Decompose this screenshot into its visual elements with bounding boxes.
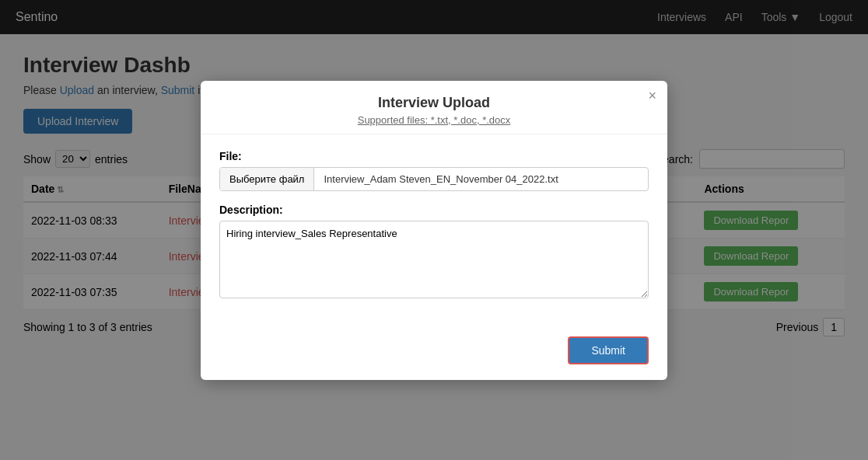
description-label: Description: [219, 204, 649, 216]
close-button[interactable]: × [648, 89, 656, 103]
description-group: Description: Hiring interview_Sales Repr… [219, 204, 649, 301]
modal-header: Interview Upload Supported files: *.txt,… [201, 81, 667, 134]
choose-file-button[interactable]: Выберите файл [220, 168, 314, 190]
modal-footer: Submit [201, 329, 667, 356]
file-label: File: [219, 150, 649, 162]
file-group: File: Выберите файл Interview_Adam Steve… [219, 150, 649, 191]
modal-body: File: Выберите файл Interview_Adam Steve… [201, 134, 667, 329]
file-name-display: Interview_Adam Steven_EN_November 04_202… [314, 168, 648, 190]
modal: Interview Upload Supported files: *.txt,… [201, 81, 667, 356]
modal-subtitle: Supported files: *.txt, *.doc, *.docx [219, 114, 649, 126]
submit-button[interactable]: Submit [568, 336, 649, 356]
modal-title: Interview Upload [378, 95, 490, 110]
file-input-row: Выберите файл Interview_Adam Steven_EN_N… [219, 167, 649, 191]
modal-overlay[interactable]: Interview Upload Supported files: *.txt,… [0, 0, 868, 355]
description-textarea[interactable]: Hiring interview_Sales Representative [219, 221, 649, 298]
